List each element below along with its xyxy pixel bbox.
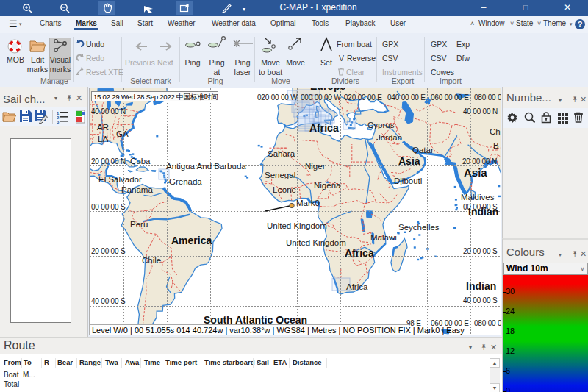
svg-text:3: 3 (57, 120, 60, 124)
